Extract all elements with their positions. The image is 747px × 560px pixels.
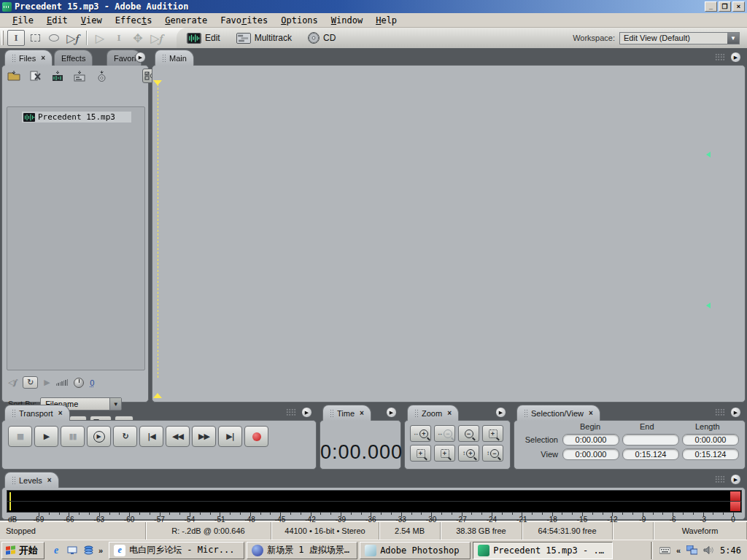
loop-preview-button[interactable]: ↻: [23, 376, 38, 389]
levels-tick: [59, 513, 60, 515]
go-to-beginning-button[interactable]: |◀: [139, 426, 163, 447]
internet-explorer-icon[interactable]: e: [50, 545, 62, 556]
mute-preview-icon[interactable]: ◁𝆑: [8, 378, 17, 387]
playback-cursor[interactable]: [158, 80, 158, 379]
keyboard-layout-icon[interactable]: [659, 545, 670, 555]
rewind-button[interactable]: ◀◀: [166, 426, 190, 447]
menu-edit[interactable]: Edit: [40, 14, 74, 27]
zoom-in-to-left-edge-button[interactable]: +: [410, 445, 431, 462]
workspace-dropdown[interactable]: Edit View (Default) ▼: [619, 32, 740, 44]
play-looped-button[interactable]: ↻: [113, 426, 137, 447]
collapse-tray-chevron[interactable]: «: [676, 546, 681, 555]
selection-begin-field[interactable]: 0:00.000: [562, 434, 619, 446]
levels-panel-menu-button[interactable]: ▶: [730, 474, 741, 485]
menu-options[interactable]: Options: [274, 14, 325, 27]
menu-effects[interactable]: Effects: [109, 14, 159, 27]
time-display[interactable]: 0:00.000: [320, 441, 400, 464]
task-button-4[interactable]: Precedent 15.mp3 - ...: [473, 542, 613, 559]
lasso-selection-tool[interactable]: [45, 30, 63, 46]
hybrid-tool[interactable]: ▷: [91, 30, 109, 46]
menu-window[interactable]: Window: [325, 14, 369, 27]
tab-levels[interactable]: Levels×: [4, 472, 59, 488]
edit-tool[interactable]: I: [110, 30, 128, 46]
start-button[interactable]: 开始: [1, 542, 44, 559]
task-button-3[interactable]: Adobe Photoshop: [360, 542, 471, 559]
selection-length-field[interactable]: 0:00.000: [682, 434, 739, 446]
play-preview-button[interactable]: ▶: [44, 378, 50, 387]
insert-audio-into-cd-icon[interactable]: [93, 69, 110, 83]
zoom-panel-menu-button[interactable]: ▶: [495, 407, 506, 418]
volume-status-icon[interactable]: [703, 545, 714, 555]
import-file-icon[interactable]: [5, 69, 23, 83]
menu-view[interactable]: View: [74, 14, 109, 27]
close-button[interactable]: ×: [732, 1, 745, 12]
volume-knob[interactable]: [74, 378, 84, 388]
menu-help[interactable]: Help: [369, 14, 403, 27]
scrub-tool[interactable]: ▷𝆑: [64, 30, 82, 46]
minimize-button[interactable]: _: [705, 1, 717, 12]
zoom-out-horizontally-button[interactable]: ↔−: [434, 425, 455, 442]
clip-indicator-right[interactable]: [730, 502, 740, 511]
view-length-field[interactable]: 0:15.124: [682, 448, 739, 460]
selection-end-field[interactable]: [622, 434, 679, 446]
insert-into-multitrack-icon[interactable]: [49, 69, 66, 83]
levels-label: -33: [395, 516, 406, 524]
fast-forward-button[interactable]: ▶▶: [192, 426, 216, 447]
close-files-icon[interactable]: [27, 69, 44, 83]
move-tool[interactable]: ✥: [129, 30, 147, 46]
menu-file[interactable]: File: [6, 14, 40, 27]
zoom-out-full-both-axes-button[interactable]: −: [458, 425, 479, 442]
zoom-to-selection-button[interactable]: +: [482, 425, 503, 442]
tab-zoom[interactable]: Zoom×: [407, 405, 459, 421]
marquee-selection-tool[interactable]: [26, 30, 44, 46]
play-button[interactable]: ▶: [34, 426, 58, 447]
menu-generate[interactable]: Generate: [158, 14, 214, 27]
audition-task-icon: [478, 545, 489, 556]
cursor-top-marker[interactable]: [153, 80, 162, 85]
volume-value[interactable]: 0: [90, 378, 94, 387]
zoom-in-to-right-edge-button[interactable]: +: [434, 445, 455, 462]
time-selection-tool[interactable]: I: [7, 30, 25, 46]
show-desktop-icon[interactable]: [66, 545, 78, 556]
tab-files[interactable]: Files×: [4, 50, 53, 66]
play-from-cursor-button[interactable]: ▶: [87, 426, 111, 447]
record-button[interactable]: [244, 426, 268, 447]
zoom-in-horizontally-button[interactable]: ↔+: [410, 425, 431, 442]
chevron-down-icon[interactable]: ▼: [109, 398, 121, 410]
media-player-icon[interactable]: [82, 545, 94, 556]
cursor-bottom-marker[interactable]: [153, 393, 162, 398]
go-to-end-button[interactable]: ▶|: [218, 426, 242, 447]
files-panel-menu-button[interactable]: ▶: [135, 52, 146, 63]
tab-selection-view[interactable]: Selection/View×: [516, 405, 600, 421]
tab-time[interactable]: Time×: [322, 405, 371, 421]
clip-indicator-left[interactable]: [730, 491, 740, 501]
levels-meter[interactable]: [7, 490, 742, 513]
selection-view-panel-menu-button[interactable]: ▶: [730, 407, 741, 418]
chevron-down-icon[interactable]: ▼: [727, 33, 739, 44]
main-panel-menu-button[interactable]: ▶: [730, 52, 741, 63]
time-panel-menu-button[interactable]: ▶: [386, 407, 397, 418]
menu-favorites[interactable]: Favorites: [214, 14, 274, 27]
task-button-1[interactable]: e电白同乡论坛 - Micr...: [109, 542, 244, 559]
cd-view-button[interactable]: CD: [308, 32, 336, 44]
view-begin-field[interactable]: 0:00.000: [562, 448, 619, 460]
multitrack-view-button[interactable]: Multitrack: [236, 33, 292, 44]
zoom-in-vertically-button[interactable]: ↕+: [458, 445, 479, 462]
view-end-field[interactable]: 0:15.124: [622, 448, 679, 460]
scrub-alt-tool[interactable]: ▷𝆑: [148, 30, 166, 46]
insert-into-cd-list-icon[interactable]: [71, 69, 88, 83]
transport-panel-menu-button[interactable]: ▶: [301, 407, 312, 418]
tab-main[interactable]: Main: [155, 50, 194, 66]
pause-button[interactable]: ▮▮: [61, 426, 85, 447]
file-list-item[interactable]: Precedent 15.mp3: [22, 112, 131, 122]
stop-button[interactable]: ■: [8, 426, 32, 447]
tab-effects[interactable]: Effects: [54, 50, 93, 66]
zoom-out-vertically-button[interactable]: ↕−: [482, 445, 503, 462]
tab-transport[interactable]: Transport×: [4, 405, 70, 421]
quick-launch-overflow-chevron[interactable]: »: [98, 546, 103, 555]
task-button-2[interactable]: 新场景 1 虚拟场景...: [247, 542, 357, 559]
restore-button[interactable]: ❐: [719, 1, 731, 12]
network-status-icon[interactable]: [686, 545, 697, 555]
volume-bars-icon[interactable]: [56, 379, 69, 386]
edit-view-button[interactable]: Edit: [187, 33, 220, 44]
